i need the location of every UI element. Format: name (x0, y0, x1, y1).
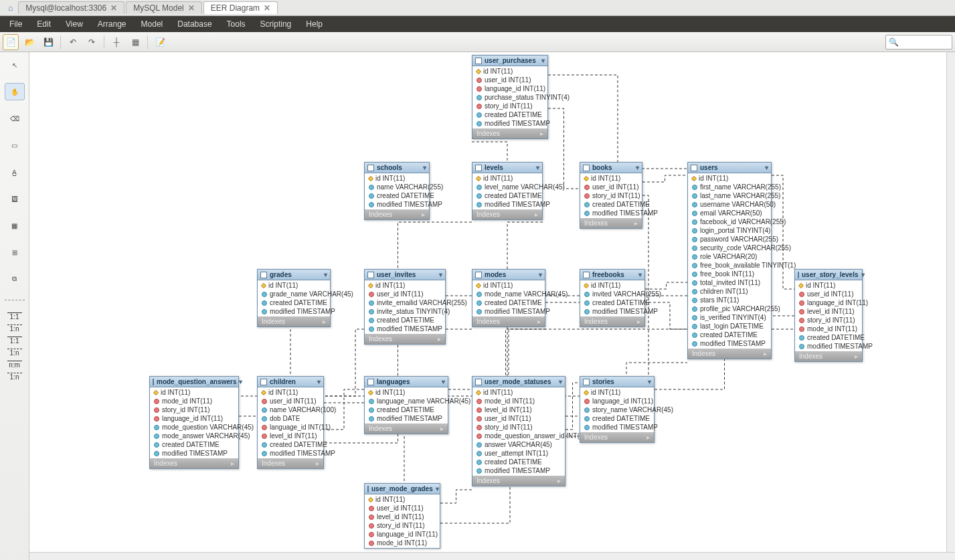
erd-column[interactable]: user_id INT(11) (258, 397, 323, 405)
diagram-canvas[interactable]: user_purchases▾id INT(11)user_id INT(11)… (29, 52, 955, 560)
erd-column[interactable]: modified TIMESTAMP (365, 414, 448, 423)
erd-table-users[interactable]: users▾id INT(11)first_name VARCHAR(255)l… (687, 162, 772, 359)
menu-help[interactable]: Help (299, 17, 329, 31)
erd-column[interactable]: email VARCHAR(50) (688, 209, 771, 217)
erd-column[interactable]: user_id INT(11) (365, 504, 440, 512)
erd-column[interactable]: user_id INT(11) (580, 183, 642, 191)
erd-column[interactable]: created DATETIME (580, 414, 654, 423)
grid-icon[interactable]: ┼ (108, 34, 124, 50)
erd-column[interactable]: story_id INT(11) (795, 316, 862, 324)
erd-column[interactable]: dob DATE (258, 414, 323, 423)
menu-scripting[interactable]: Scripting (254, 17, 298, 31)
erd-column[interactable]: created DATETIME (580, 298, 644, 307)
erd-column[interactable]: mode_id INT(11) (795, 324, 862, 333)
collapse-icon[interactable]: ▾ (239, 378, 242, 385)
erd-column[interactable]: modified TIMESTAMP (472, 307, 545, 316)
erd-indexes-bar[interactable]: Indexes▸ (258, 316, 330, 326)
image-icon[interactable]: 🖼 (5, 190, 25, 207)
erd-column[interactable]: user_id INT(11) (472, 414, 565, 423)
erd-column[interactable]: created DATETIME (150, 440, 238, 449)
erd-table-schools[interactable]: schools▾id INT(11)name VARCHAR(255)creat… (364, 162, 430, 220)
erd-column[interactable]: id INT(11) (580, 388, 654, 397)
erd-column[interactable]: language_id INT(11) (472, 84, 547, 93)
erd-column[interactable]: id INT(11) (258, 281, 330, 290)
erd-table-header[interactable]: user_invites▾ (365, 270, 445, 280)
erd-column[interactable]: id INT(11) (472, 388, 565, 397)
erd-column[interactable]: created DATETIME (258, 440, 323, 449)
erd-column[interactable]: language_id INT(11) (258, 423, 323, 432)
eraser-icon[interactable]: ⌫ (5, 110, 25, 127)
open-doc-icon[interactable]: 📂 (21, 34, 37, 50)
editor-tab[interactable]: EER Diagram✕ (203, 1, 278, 14)
erd-table-header[interactable]: user_mode_grades▾ (365, 484, 440, 494)
erd-column[interactable]: purchase_status TINYINT(4) (472, 93, 547, 102)
erd-column[interactable]: id INT(11) (472, 174, 542, 183)
erd-column[interactable]: profile_pic VARCHAR(255) (688, 304, 771, 313)
erd-column[interactable]: id INT(11) (688, 174, 771, 183)
erd-column[interactable]: modified TIMESTAMP (688, 339, 771, 348)
erd-table-children[interactable]: children▾id INT(11)user_id INT(11)name V… (257, 376, 324, 469)
erd-column[interactable]: modified TIMESTAMP (580, 307, 644, 316)
table-tool-icon[interactable]: ▦ (5, 217, 25, 234)
relation-tool[interactable]: n:m (7, 361, 22, 369)
erd-column[interactable]: stars INT(11) (688, 296, 771, 304)
erd-column[interactable]: language_id INT(11) (580, 397, 654, 405)
pointer-icon[interactable]: ↖ (5, 56, 25, 74)
collapse-icon[interactable]: ▾ (536, 164, 539, 171)
erd-table-header[interactable]: users▾ (688, 163, 771, 173)
erd-column[interactable]: user_attempt INT(11) (472, 449, 565, 458)
erd-column[interactable]: children INT(11) (688, 287, 771, 296)
erd-column[interactable]: modified TIMESTAMP (472, 200, 542, 209)
erd-column[interactable]: level_id INT(11) (795, 307, 862, 316)
erd-column[interactable]: created DATETIME (258, 298, 330, 307)
erd-column[interactable]: id INT(11) (580, 174, 642, 183)
erd-column[interactable]: id INT(11) (365, 495, 440, 504)
collapse-icon[interactable]: ▾ (539, 271, 542, 278)
relation-tool[interactable]: 1:n (7, 373, 22, 381)
close-icon[interactable]: ✕ (188, 3, 195, 13)
erd-column[interactable]: level_id INT(11) (472, 405, 565, 414)
undo-icon[interactable]: ↶ (65, 34, 81, 50)
erd-column[interactable]: created DATETIME (472, 191, 542, 200)
erd-column[interactable]: mode_name VARCHAR(45) (472, 290, 545, 298)
erd-indexes-bar[interactable]: Indexes▸ (580, 432, 654, 442)
erd-table-header[interactable]: grades▾ (258, 270, 330, 280)
erd-column[interactable]: modified TIMESTAMP (472, 119, 547, 128)
collapse-icon[interactable]: ▾ (317, 378, 321, 385)
erd-column[interactable]: user_id INT(11) (472, 76, 547, 84)
collapse-icon[interactable]: ▾ (423, 164, 426, 171)
erd-column[interactable]: story_name VARCHAR(45) (580, 405, 654, 414)
view-tool-icon[interactable]: ⊞ (5, 244, 25, 261)
collapse-icon[interactable]: ▾ (636, 164, 639, 171)
erd-column[interactable]: story_id INT(11) (472, 423, 565, 432)
erd-column[interactable]: id INT(11) (365, 281, 445, 290)
erd-column[interactable]: id INT(11) (472, 67, 547, 76)
new-doc-icon[interactable]: 📄 (3, 34, 19, 50)
erd-column[interactable]: story_id INT(11) (365, 521, 440, 530)
erd-column[interactable]: created DATETIME (472, 458, 565, 466)
collapse-icon[interactable]: ▾ (765, 164, 768, 171)
erd-column[interactable]: mode_question VARCHAR(45) (150, 423, 238, 432)
erd-column[interactable]: password VARCHAR(255) (688, 235, 771, 244)
erd-column[interactable]: last_name VARCHAR(255) (688, 191, 771, 200)
redo-icon[interactable]: ↷ (84, 34, 100, 50)
collapse-icon[interactable]: ▾ (638, 271, 642, 278)
erd-column[interactable]: security_code VARCHAR(255) (688, 244, 771, 252)
erd-column[interactable]: id INT(11) (365, 174, 429, 183)
collapse-icon[interactable]: ▾ (861, 271, 865, 278)
collapse-icon[interactable]: ▾ (324, 271, 327, 278)
search-input[interactable]: 🔍 (885, 35, 952, 50)
erd-column[interactable]: id INT(11) (258, 388, 323, 397)
relation-tool[interactable]: 1:1 (7, 337, 22, 345)
editor-tab[interactable]: Mysql@localhost:3306✕ (18, 1, 124, 14)
erd-column[interactable]: invite_status TINYINT(4) (365, 307, 445, 316)
erd-indexes-bar[interactable]: Indexes▸ (688, 349, 771, 359)
erd-table-header[interactable]: languages▾ (365, 377, 448, 387)
erd-column[interactable]: modified TIMESTAMP (258, 449, 323, 458)
layer-icon[interactable]: ▭ (5, 136, 25, 154)
erd-column[interactable]: invited VARCHAR(255) (580, 290, 644, 298)
menu-tools[interactable]: Tools (220, 17, 252, 31)
erd-table-levels[interactable]: levels▾id INT(11)level_name VARCHAR(45)c… (472, 162, 543, 220)
erd-indexes-bar[interactable]: Indexes▸ (150, 458, 238, 468)
erd-table-user_purchases[interactable]: user_purchases▾id INT(11)user_id INT(11)… (472, 55, 548, 139)
